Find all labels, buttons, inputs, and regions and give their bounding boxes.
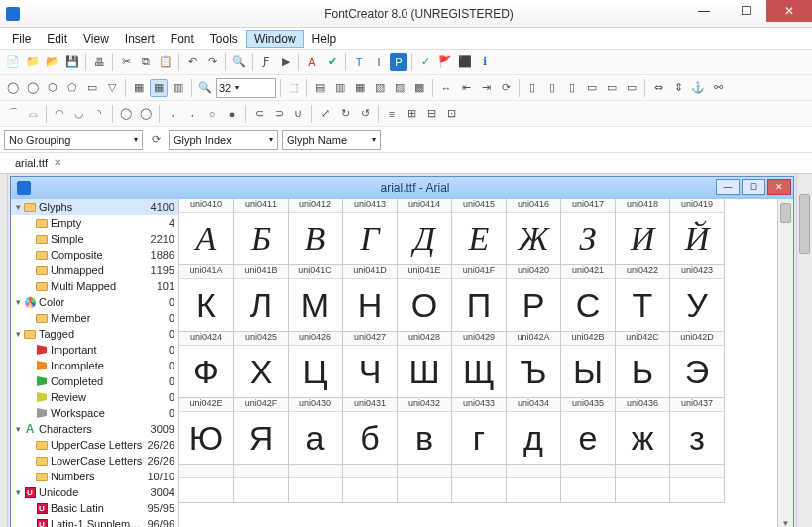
tree-item[interactable]: Unmapped1195 xyxy=(11,263,178,278)
glyph-cell[interactable]: uni041EО xyxy=(397,264,452,332)
zoom-level-combo[interactable]: 32▾ xyxy=(216,78,276,98)
glyph-cell[interactable] xyxy=(342,464,398,503)
glyph-cell[interactable] xyxy=(560,464,616,503)
glyph-cell[interactable]: uni0410А xyxy=(179,199,234,265)
category-tree[interactable]: ▾Glyphs4100Empty4Simple2210Composite1886… xyxy=(11,199,179,527)
layer1-icon[interactable]: ▦ xyxy=(130,79,148,97)
glyph-cell[interactable]: uni0437з xyxy=(669,397,725,465)
grid-scrollbar[interactable]: ▲ ▼ xyxy=(777,199,793,527)
tab-arial[interactable]: arial.ttf ✕ xyxy=(6,155,70,172)
tree-item[interactable]: Workspace0 xyxy=(11,405,178,421)
glyph-cell[interactable] xyxy=(233,464,289,503)
contour2-icon[interactable]: ⊃ xyxy=(270,105,288,123)
align-m-icon[interactable]: ▭ xyxy=(603,79,621,97)
sort-combo[interactable]: Glyph Index▾ xyxy=(169,130,278,150)
tree-item[interactable]: Incomplete0 xyxy=(11,358,178,373)
link-icon[interactable]: ⚯ xyxy=(709,79,727,97)
glyph-cell[interactable]: uni0421С xyxy=(560,264,616,332)
tree-item[interactable]: Simple2210 xyxy=(11,231,178,247)
close-button[interactable]: ✕ xyxy=(766,0,812,22)
outer-scrollbar[interactable] xyxy=(796,174,812,527)
menu-tools[interactable]: Tools xyxy=(202,30,246,48)
outline2-icon[interactable]: ◯ xyxy=(137,105,155,123)
tree-item[interactable]: Member0 xyxy=(11,310,178,326)
mark-v-icon[interactable]: ✔ xyxy=(323,53,341,71)
glyph-cell[interactable]: uni041FП xyxy=(451,264,507,332)
menu-file[interactable]: File xyxy=(4,30,39,48)
curve2-icon[interactable]: ⌓ xyxy=(24,105,42,123)
path2-icon[interactable]: ◡ xyxy=(70,105,88,123)
font-properties-icon[interactable]: Ƒ xyxy=(257,53,275,71)
minimize-button[interactable]: — xyxy=(683,0,725,22)
glyph-cell[interactable]: uni0424Ф xyxy=(179,331,234,398)
menu-window[interactable]: Window xyxy=(246,30,304,48)
flag-icon[interactable]: 🚩 xyxy=(436,53,454,71)
glyph-cell[interactable] xyxy=(179,464,234,503)
tile6-icon[interactable]: ▩ xyxy=(410,79,428,97)
glyph-cell[interactable]: uni0429Щ xyxy=(451,331,507,398)
run-icon[interactable]: ▶ xyxy=(277,53,294,71)
glyph-cell[interactable]: uni042EЮ xyxy=(179,397,234,465)
glyph-cell[interactable] xyxy=(506,464,561,503)
node1-icon[interactable]: ⬫ xyxy=(164,105,181,123)
shape2-icon[interactable]: ◯ xyxy=(24,79,42,97)
glyph-cell[interactable]: uni0427Ч xyxy=(342,331,398,398)
send-forward-icon[interactable]: ⇥ xyxy=(477,79,495,97)
tile2-icon[interactable]: ▥ xyxy=(331,79,349,97)
tree-item[interactable]: ▾ACharacters3009 xyxy=(11,421,178,437)
glyph-cell[interactable]: uni041CМ xyxy=(288,264,343,332)
glyph-cell[interactable]: uni0431б xyxy=(342,397,398,465)
anchor-icon[interactable]: ⚓ xyxy=(689,79,707,97)
glyph-cell[interactable]: uni041BЛ xyxy=(233,264,289,332)
guide4-icon[interactable]: ⊡ xyxy=(442,105,460,123)
glyph-cell[interactable]: uni041DН xyxy=(342,264,398,332)
node4-icon[interactable]: ● xyxy=(223,105,241,123)
mark-a-icon[interactable]: A xyxy=(303,53,321,71)
name-combo[interactable]: Glyph Name▾ xyxy=(282,130,381,150)
glyph-cell[interactable]: uni0434д xyxy=(506,397,561,465)
shape1-icon[interactable]: ◯ xyxy=(4,79,22,97)
copy-icon[interactable]: ⧉ xyxy=(137,53,155,71)
glyph-grid[interactable]: uni0410Аuni0411Бuni0412Вuni0413Гuni0414Д… xyxy=(179,199,777,527)
tree-item[interactable]: ▾Tagged0 xyxy=(11,326,178,342)
tree-item[interactable]: UpperCase Letters26/26 xyxy=(11,437,178,453)
print-icon[interactable]: 🖶 xyxy=(90,53,108,71)
curve1-icon[interactable]: ⌒ xyxy=(4,105,22,123)
menu-font[interactable]: Font xyxy=(163,30,202,48)
tree-item[interactable]: Empty4 xyxy=(11,215,178,231)
glyph-cell[interactable]: uni0425Х xyxy=(233,331,289,398)
glyph-cell[interactable]: uni041AК xyxy=(179,264,234,332)
new-icon[interactable]: 📄 xyxy=(4,53,22,71)
tree-item[interactable]: ULatin-1 Supplement96/96 xyxy=(11,516,178,527)
tile4-icon[interactable]: ▧ xyxy=(371,79,389,97)
glyph-cell[interactable]: uni0423У xyxy=(669,264,725,332)
glyph-cell[interactable]: uni0433г xyxy=(451,397,507,465)
align-r-icon[interactable]: ▯ xyxy=(563,79,581,97)
align-l-icon[interactable]: ▯ xyxy=(523,79,541,97)
transform2-icon[interactable]: ↻ xyxy=(336,105,354,123)
menu-insert[interactable]: Insert xyxy=(117,30,163,48)
send-back-icon[interactable]: ⇤ xyxy=(457,79,475,97)
mdi-titlebar[interactable]: arial.ttf - Arial — ☐ ✕ xyxy=(11,177,793,199)
rotate-icon[interactable]: ⟳ xyxy=(497,79,515,97)
glyph-cell[interactable] xyxy=(288,464,343,503)
test-i-icon[interactable]: I xyxy=(370,53,388,71)
tree-item[interactable]: LowerCase Letters26/26 xyxy=(11,453,178,469)
shape5-icon[interactable]: ▭ xyxy=(83,79,101,97)
glyph-cell[interactable]: uni042AЪ xyxy=(506,331,561,398)
contour1-icon[interactable]: ⊂ xyxy=(250,105,268,123)
mdi-maximize-button[interactable]: ☐ xyxy=(742,179,765,195)
glyph-cell[interactable]: uni0416Ж xyxy=(506,199,561,265)
glyph-cell[interactable]: uni042FЯ xyxy=(233,397,289,465)
glyph-cell[interactable] xyxy=(669,464,725,503)
node2-icon[interactable]: ⬪ xyxy=(183,105,201,123)
contour3-icon[interactable]: ∪ xyxy=(290,105,307,123)
maximize-button[interactable]: ☐ xyxy=(725,0,766,22)
filter-refresh-icon[interactable]: ⟳ xyxy=(147,131,165,149)
find-icon[interactable]: 🔍 xyxy=(230,53,248,71)
shape4-icon[interactable]: ⬠ xyxy=(63,79,81,97)
menu-help[interactable]: Help xyxy=(304,30,345,48)
path1-icon[interactable]: ◠ xyxy=(51,105,68,123)
transform1-icon[interactable]: ⤢ xyxy=(316,105,334,123)
dist-v-icon[interactable]: ⇕ xyxy=(669,79,687,97)
